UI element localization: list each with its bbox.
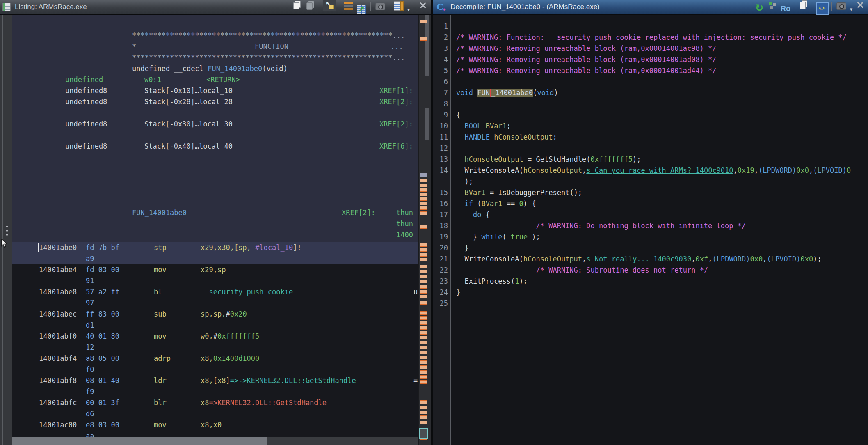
decompile-line[interactable]: 12 xyxy=(433,143,868,154)
snapshot-icon[interactable] xyxy=(374,0,386,11)
listing-row[interactable]: 12 xyxy=(12,342,418,353)
scrollbar-marker[interactable] xyxy=(420,365,427,369)
listing-row[interactable]: f0 xyxy=(12,364,418,375)
decompile-line[interactable]: 24} xyxy=(433,287,868,298)
decompile-line[interactable]: 9{ xyxy=(433,110,868,121)
decompile-line[interactable]: 16 if (BVar1 == 0) { xyxy=(433,198,868,209)
snapshot-icon[interactable] xyxy=(835,0,847,11)
dropdown-caret-icon[interactable]: ▾ xyxy=(848,3,854,15)
scrollbar-marker[interactable] xyxy=(420,253,427,257)
decompile-line[interactable]: 15 BVar1 = IsDebuggerPresent(); xyxy=(433,187,868,198)
scrollbar-marker[interactable] xyxy=(419,428,428,439)
scrollbar-marker[interactable] xyxy=(420,301,427,305)
panel-drag-handle[interactable] xyxy=(6,226,8,237)
scrollbar-marker[interactable] xyxy=(420,341,427,344)
scrollbar-marker[interactable] xyxy=(420,197,427,201)
listing-row[interactable]: a9 xyxy=(12,253,418,264)
scrollbar-marker[interactable] xyxy=(420,411,427,414)
listing-row[interactable]: 14001abf4a8 05 00adrpx8,0x1400d1000 xyxy=(12,353,418,364)
scrollbar-marker[interactable] xyxy=(420,265,427,268)
ro-icon[interactable]: Ro xyxy=(779,2,792,15)
close-icon[interactable] xyxy=(855,0,865,11)
copy-icon[interactable] xyxy=(291,0,304,11)
listing-code-view[interactable]: ****************************************… xyxy=(12,15,418,437)
listing-row[interactable]: undefined __cdecl FUN_14001abe0(void) xyxy=(12,63,418,74)
decompile-line[interactable]: 19 } while( true ); xyxy=(433,232,868,243)
scrollbar-marker[interactable] xyxy=(420,184,427,187)
listing-row[interactable]: 14001abecff 83 00subsp,sp,#0x20 xyxy=(12,309,418,320)
close-icon[interactable] xyxy=(418,0,428,11)
decompiler-titlebar[interactable]: Decompile: FUN_14001abe0 - (ARMsRace.exe… xyxy=(433,0,868,15)
listing-row[interactable]: d6 xyxy=(12,408,418,420)
scrollbar-marker[interactable] xyxy=(420,211,427,215)
scrollbar-marker[interactable] xyxy=(420,173,427,177)
scrollbar-marker[interactable] xyxy=(420,270,427,273)
scrollbar-marker[interactable] xyxy=(420,316,427,320)
listing-row[interactable]: 97 xyxy=(12,298,418,309)
scrollbar-marker[interactable] xyxy=(420,400,427,404)
listing-row[interactable]: 14001abe857 a2 ffbl__security_push_cooki… xyxy=(12,287,418,298)
decompile-line[interactable]: 21 WriteConsoleA(hConsoleOutput,s_Not_re… xyxy=(433,254,868,265)
scrollbar-marker[interactable] xyxy=(420,285,427,289)
listing-row[interactable]: undefined8Stack[-0x40]…local_40XREF[6]: xyxy=(12,141,418,152)
listing-row[interactable]: 14001abe0fd 7b bfstpx29,x30,[sp, #local_… xyxy=(12,242,418,253)
scrollbar-marker[interactable] xyxy=(420,360,427,364)
listing-vertical-scrollbar[interactable] xyxy=(418,15,431,445)
cursor-location-icon[interactable] xyxy=(323,0,336,11)
scrollbar-marker[interactable] xyxy=(420,193,427,196)
listing-row[interactable]: 14001abfc00 01 3fblrx8=>KERNEL32.DLL::Ge… xyxy=(12,397,418,408)
scrollbar-marker[interactable] xyxy=(420,351,427,354)
copy-icon[interactable] xyxy=(798,0,810,11)
decompile-line[interactable]: 5/* WARNING: Removing unreachable block … xyxy=(433,65,868,76)
scrollbar-marker[interactable] xyxy=(420,202,427,205)
decompile-line[interactable]: 7void FUN_14001abe0(void) xyxy=(433,87,868,99)
side-by-side-icon[interactable]: ↗ xyxy=(355,3,368,15)
scrollbar-marker[interactable] xyxy=(420,258,427,261)
scrollbar-marker[interactable] xyxy=(420,331,427,335)
listing-row[interactable]: 14001ac00e8 03 00movx8,x0 xyxy=(12,420,418,431)
listing-row[interactable]: ****************************************… xyxy=(12,52,418,63)
scrollbar-marker[interactable] xyxy=(420,346,427,349)
scrollbar-marker[interactable] xyxy=(420,243,427,247)
decompile-line[interactable]: 22 /* WARNING: Subroutine does not retur… xyxy=(433,265,868,276)
decompile-line[interactable]: 10 BOOL BVar1; xyxy=(433,121,868,132)
decompile-line[interactable]: 3/* WARNING: Removing unreachable block … xyxy=(433,43,868,54)
listing-titlebar[interactable]: Listing: ARMsRace.exe ↗▾ xyxy=(0,0,431,15)
scrollbar-marker[interactable] xyxy=(420,179,427,182)
scrollbar-marker[interactable] xyxy=(420,188,427,192)
listing-row[interactable]: 14001abe4fd 03 00movx29,sp xyxy=(12,264,418,275)
decompile-line[interactable]: 2/* WARNING: Function: __security_push_c… xyxy=(433,32,868,43)
listing-row[interactable]: thun xyxy=(12,218,418,229)
scrollbar-marker[interactable] xyxy=(420,206,427,210)
scrollbar-marker[interactable] xyxy=(420,280,427,283)
scrollbar-marker[interactable] xyxy=(420,290,427,294)
listing-row[interactable]: 1400 xyxy=(12,229,418,241)
decompile-line[interactable]: ); xyxy=(433,176,868,187)
scrollbar-marker[interactable] xyxy=(420,375,427,379)
scrollbar-thumb[interactable] xyxy=(425,15,429,76)
listing-row[interactable]: 14001abf808 01 40ldrx8,[x8]=>->KERNEL32.… xyxy=(12,375,418,386)
listing-row[interactable]: 14001abf040 01 80movw0,#0xfffffff5 xyxy=(12,331,418,342)
dropdown-caret-icon[interactable]: ▾ xyxy=(405,3,412,16)
listing-row[interactable]: undefined8Stack[-0x30]…local_30XREF[2]: xyxy=(12,119,418,130)
listing-row[interactable]: undefinedw0:1<RETURN> xyxy=(12,74,418,85)
scrollbar-marker[interactable] xyxy=(420,336,427,339)
scrollbar-marker[interactable] xyxy=(420,295,427,298)
decompile-line[interactable]: 1 xyxy=(433,21,868,32)
decompile-line[interactable]: 20 } xyxy=(433,243,868,254)
scrollbar-marker[interactable] xyxy=(420,20,427,23)
scrollbar-marker[interactable] xyxy=(420,37,427,41)
scrollbar-marker[interactable] xyxy=(420,421,427,424)
diff-view-icon[interactable] xyxy=(342,0,354,11)
scrollbar-marker[interactable] xyxy=(420,380,427,384)
scrollbar-marker[interactable] xyxy=(420,370,427,374)
scrollbar-marker[interactable] xyxy=(420,415,427,419)
listing-row[interactable]: *FUNCTION... xyxy=(12,41,418,52)
listing-row[interactable]: 91 xyxy=(12,275,418,287)
graph-icon[interactable] xyxy=(766,0,779,11)
decompile-line[interactable]: 8 xyxy=(433,99,868,110)
listing-row[interactable]: undefined8Stack[-0x10]…local_10XREF[1]: xyxy=(12,85,418,96)
decompile-line[interactable]: 17 do { xyxy=(433,209,868,220)
scrollbar-thumb[interactable] xyxy=(12,437,267,445)
decompile-line[interactable]: 11 HANDLE hConsoleOutput; xyxy=(433,132,868,143)
